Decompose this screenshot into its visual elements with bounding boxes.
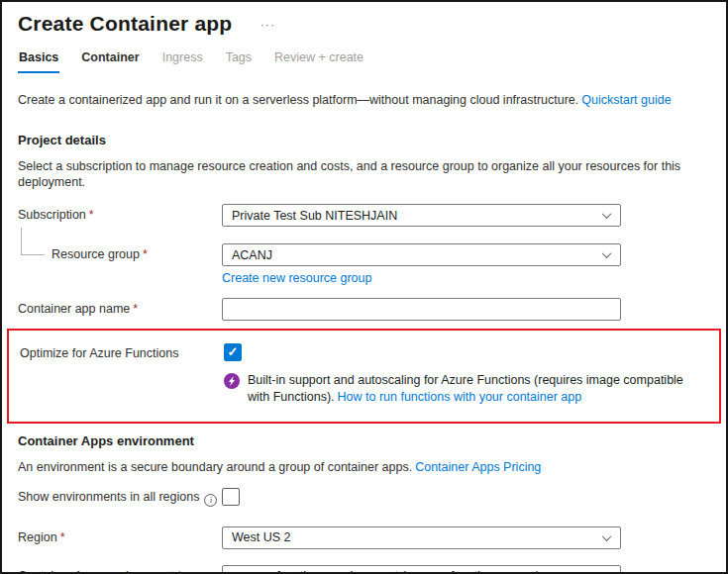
azure-functions-icon (224, 373, 240, 389)
project-details-description: Select a subscription to manage resource… (18, 158, 710, 190)
container-apps-environment-value: my-aca-functions-environment (my-aca-fun… (232, 569, 540, 574)
intro-text: Create a containerized app and run it on… (18, 92, 710, 108)
create-new-resource-group-link[interactable]: Create new resource group (222, 271, 371, 285)
required-marker: * (143, 247, 148, 261)
required-marker: * (89, 208, 94, 222)
resource-group-dropdown[interactable]: ACANJ (222, 243, 621, 266)
hierarchy-connector-line (21, 228, 45, 255)
intro-description: Create a containerized app and run it on… (18, 93, 578, 107)
info-icon[interactable] (204, 494, 217, 507)
required-marker: * (177, 569, 182, 574)
tab-container[interactable]: Container (80, 48, 140, 73)
container-apps-environment-dropdown[interactable]: my-aca-functions-environment (my-aca-fun… (222, 565, 621, 574)
more-options-icon[interactable]: ··· (260, 17, 275, 32)
environment-section-heading: Container Apps environment (18, 433, 710, 448)
title-row: Create Container app ··· (18, 12, 710, 36)
container-apps-pricing-link[interactable]: Container Apps Pricing (415, 460, 541, 474)
chevron-down-icon (602, 570, 612, 574)
optimize-functions-checkbox[interactable] (224, 343, 242, 361)
show-all-regions-label: Show environments in all regions (18, 490, 222, 507)
required-marker: * (60, 530, 65, 544)
tab-ingress[interactable]: Ingress (161, 48, 204, 73)
resource-group-value: ACANJ (232, 248, 272, 262)
environment-section-description: An environment is a secure boundary arou… (18, 459, 710, 475)
optimize-functions-row: Optimize for Azure Functions (20, 342, 708, 361)
tab-review-create[interactable]: Review + create (273, 48, 364, 73)
functions-info-text: Built-in support and autoscaling for Azu… (248, 372, 708, 406)
container-app-name-input[interactable] (222, 298, 621, 321)
annotation-highlight-box: Optimize for Azure Functions Built-in su… (7, 329, 721, 424)
optimize-functions-label: Optimize for Azure Functions (20, 342, 224, 360)
container-app-name-label: Container app name* (18, 298, 222, 316)
region-dropdown[interactable]: West US 2 (222, 526, 621, 549)
subscription-row: Subscription* Private Test Sub NITESHJAI… (18, 204, 710, 227)
quickstart-guide-link[interactable]: Quickstart guide (581, 93, 671, 107)
subscription-dropdown[interactable]: Private Test Sub NITESHJAIN (222, 204, 621, 227)
region-row: Region* West US 2 (18, 526, 710, 549)
region-label: Region* (18, 526, 222, 544)
chevron-down-icon (602, 248, 612, 258)
subscription-label: Subscription* (18, 204, 222, 222)
region-value: West US 2 (232, 530, 291, 544)
show-all-regions-row: Show environments in all regions (18, 488, 710, 510)
chevron-down-icon (602, 209, 612, 219)
how-to-run-functions-link[interactable]: How to run functions with your container… (338, 390, 582, 404)
required-marker: * (133, 302, 138, 316)
show-all-regions-checkbox[interactable] (222, 488, 240, 506)
tab-tags[interactable]: Tags (225, 48, 253, 73)
create-container-app-panel: Create Container app ··· Basics Containe… (0, 0, 728, 574)
chevron-down-icon (602, 531, 612, 541)
project-details-heading: Project details (18, 133, 710, 147)
functions-info-row: Built-in support and autoscaling for Azu… (20, 372, 708, 406)
subscription-value: Private Test Sub NITESHJAIN (232, 209, 397, 223)
wizard-tabs: Basics Container Ingress Tags Review + c… (18, 48, 710, 73)
container-apps-environment-row: Container Apps environment* my-aca-funct… (18, 565, 710, 574)
tab-basics[interactable]: Basics (18, 48, 59, 73)
container-app-name-row: Container app name* (18, 298, 710, 321)
resource-group-label: Resource group* (18, 243, 222, 261)
resource-group-row: Resource group* ACANJ (18, 243, 710, 266)
page-title: Create Container app (18, 12, 232, 36)
container-apps-environment-label: Container Apps environment* (18, 565, 222, 574)
